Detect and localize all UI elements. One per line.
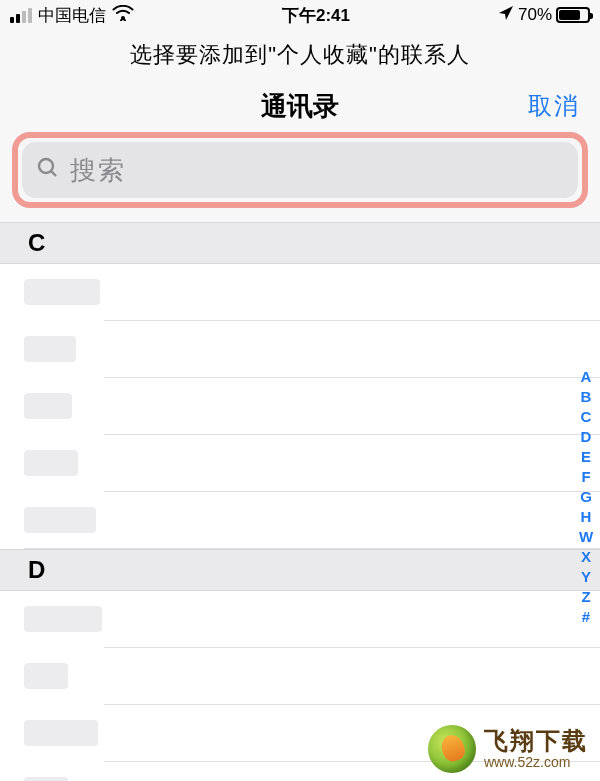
index-letter[interactable]: B [577,388,595,405]
contact-name-redacted [24,606,102,632]
contacts-list[interactable]: CD [0,222,600,781]
contact-name-redacted [24,663,68,689]
contact-name-redacted [24,279,100,305]
search-icon [36,156,60,184]
index-letter[interactable]: W [577,528,595,545]
contact-row[interactable] [0,492,600,548]
svg-point-1 [39,159,53,173]
signal-icon [10,8,32,23]
time-label: 下午2:41 [282,4,350,27]
contact-name-redacted [24,507,96,533]
contact-row[interactable] [0,648,600,704]
index-letter[interactable]: G [577,488,595,505]
index-letter[interactable]: F [577,468,595,485]
nav-title: 通讯录 [261,89,339,124]
wifi-icon [112,5,134,26]
contact-name-redacted [24,720,98,746]
cancel-button[interactable]: 取消 [528,90,580,122]
index-letter[interactable]: Z [577,588,595,605]
svg-point-0 [121,16,125,20]
contact-name-redacted [24,450,78,476]
search-highlight-box: 搜索 [12,132,588,208]
battery-percent: 70% [518,5,552,25]
contact-name-redacted [24,777,68,781]
section-header: D [0,549,600,591]
search-placeholder: 搜索 [70,153,126,188]
status-bar: 中国电信 下午2:41 70% [0,0,600,30]
contact-row[interactable] [0,378,600,434]
contact-row[interactable] [0,591,600,647]
index-letter[interactable]: H [577,508,595,525]
contact-name-redacted [24,393,72,419]
index-letter[interactable]: D [577,428,595,445]
index-letter[interactable]: A [577,368,595,385]
contact-row[interactable] [0,264,600,320]
location-icon [498,5,514,26]
index-letter[interactable]: # [577,608,595,625]
section-header: C [0,222,600,264]
index-letter[interactable]: X [577,548,595,565]
svg-line-2 [51,171,56,176]
watermark-name: 飞翔下载 [484,728,588,754]
watermark: 飞翔下载 www.52z.com [428,725,588,773]
index-letter[interactable]: C [577,408,595,425]
battery-icon [556,7,590,23]
page-subtitle: 选择要添加到"个人收藏"的联系人 [0,30,600,80]
carrier-label: 中国电信 [38,4,106,27]
contact-name-redacted [24,336,76,362]
index-letter[interactable]: E [577,448,595,465]
alphabet-index[interactable]: ABCDEFGHWXYZ# [577,368,595,625]
search-input[interactable]: 搜索 [22,142,578,198]
watermark-url: www.52z.com [484,755,588,770]
watermark-logo-icon [428,725,476,773]
contact-row[interactable] [0,321,600,377]
nav-bar: 通讯录 取消 [0,80,600,132]
contact-row[interactable] [0,435,600,491]
index-letter[interactable]: Y [577,568,595,585]
